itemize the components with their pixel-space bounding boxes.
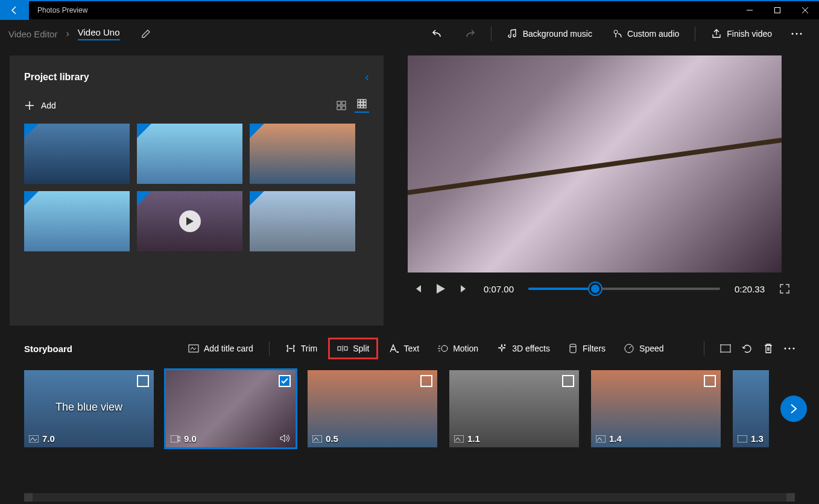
delete-button[interactable]	[764, 343, 773, 354]
undo-button[interactable]	[423, 23, 452, 45]
speed-icon	[624, 343, 634, 354]
clip[interactable]: 0.5	[308, 370, 437, 447]
split-button[interactable]: Split	[328, 338, 378, 359]
card-icon	[188, 344, 199, 353]
prev-frame-button[interactable]	[413, 284, 422, 294]
svg-rect-16	[361, 106, 363, 108]
clip[interactable]: 1.4	[591, 370, 721, 447]
grid-large-button[interactable]	[334, 98, 349, 113]
custom-audio-button[interactable]: Custom audio	[603, 24, 688, 44]
storyboard-panel: Storyboard Add title card Trim Split Tex…	[0, 326, 819, 459]
grid-small-button[interactable]	[355, 98, 369, 113]
svg-rect-9	[358, 99, 360, 102]
next-frame-button[interactable]	[460, 284, 469, 294]
clip-checkbox[interactable]	[137, 375, 149, 387]
image-icon	[29, 435, 39, 443]
collapse-icon[interactable]: ‹	[365, 70, 369, 84]
trim-button[interactable]: Trim	[278, 339, 324, 358]
image-icon	[454, 435, 464, 443]
svg-point-21	[441, 345, 447, 351]
svg-point-26	[789, 348, 791, 350]
svg-rect-33	[738, 435, 747, 443]
play-button[interactable]	[437, 284, 445, 294]
svg-rect-19	[338, 347, 341, 350]
3d-effects-button[interactable]: 3D effects	[489, 339, 557, 358]
svg-rect-20	[344, 347, 347, 350]
library-thumb[interactable]	[137, 124, 242, 184]
image-icon	[738, 435, 747, 443]
add-title-card-button[interactable]: Add title card	[181, 339, 261, 358]
breadcrumb-current[interactable]: Video Uno	[78, 27, 120, 40]
preview-image[interactable]	[408, 55, 782, 272]
plus-icon	[24, 100, 35, 111]
finish-video-button[interactable]: Finish video	[703, 24, 780, 44]
library-thumb[interactable]	[24, 191, 130, 251]
clip-duration: 7.0	[42, 433, 55, 444]
fullscreen-button[interactable]	[779, 283, 790, 294]
library-thumb[interactable]	[250, 124, 355, 184]
speed-button[interactable]: Speed	[616, 339, 671, 358]
video-icon	[171, 435, 180, 443]
seek-thumb[interactable]	[589, 283, 601, 295]
back-button[interactable]	[0, 1, 29, 20]
text-button[interactable]: Text	[382, 339, 426, 358]
background-music-button[interactable]: Background music	[499, 24, 601, 44]
svg-point-1	[614, 30, 618, 34]
minimize-button[interactable]	[736, 1, 764, 20]
clip-checkbox[interactable]	[279, 375, 291, 387]
svg-rect-8	[342, 106, 346, 110]
svg-rect-6	[342, 101, 346, 105]
edit-icon[interactable]	[141, 28, 151, 39]
horizontal-scrollbar[interactable]	[24, 493, 795, 502]
clip[interactable]: The blue view 7.0	[24, 370, 154, 447]
svg-rect-13	[361, 102, 363, 105]
clip-duration: 0.5	[326, 433, 338, 444]
svg-rect-11	[364, 99, 366, 102]
library-thumb[interactable]	[24, 124, 130, 184]
motion-button[interactable]: Motion	[430, 339, 485, 358]
clip-checkbox[interactable]	[704, 375, 716, 387]
rotate-button[interactable]	[742, 343, 753, 354]
clip[interactable]: 1.3	[733, 370, 769, 447]
trim-icon	[285, 344, 296, 353]
svg-rect-5	[337, 101, 341, 105]
filters-button[interactable]: Filters	[561, 339, 613, 358]
close-button[interactable]	[791, 1, 819, 20]
breadcrumb: Video Editor › Video Uno	[8, 27, 151, 40]
clip-duration: 1.1	[467, 433, 480, 444]
breadcrumb-root[interactable]: Video Editor	[8, 29, 57, 39]
library-thumb[interactable]	[250, 191, 355, 251]
preview-panel: 0:07.00 0:20.33	[384, 48, 819, 326]
add-button[interactable]: Add	[24, 100, 56, 111]
more-button[interactable]	[783, 28, 811, 40]
motion-icon	[437, 344, 448, 353]
current-time: 0:07.00	[484, 284, 514, 294]
library-thumb[interactable]	[137, 191, 242, 251]
divider	[695, 27, 695, 41]
svg-rect-22	[570, 344, 576, 353]
image-icon	[312, 435, 322, 443]
divider	[491, 27, 492, 41]
svg-rect-12	[358, 102, 360, 105]
clip-checkbox[interactable]	[420, 375, 432, 387]
svg-rect-17	[364, 106, 366, 108]
text-icon	[389, 344, 399, 353]
seek-bar[interactable]	[528, 288, 720, 290]
maximize-button[interactable]	[764, 1, 791, 20]
clip-checkbox[interactable]	[562, 375, 574, 387]
clip[interactable]: 9.0	[166, 370, 296, 447]
scroll-right-button[interactable]	[780, 395, 807, 422]
divider	[269, 341, 270, 356]
play-overlay-icon	[179, 210, 201, 232]
svg-rect-7	[337, 106, 341, 110]
svg-point-2	[792, 33, 794, 35]
split-icon	[337, 344, 348, 353]
redo-button[interactable]	[455, 23, 484, 45]
svg-point-27	[793, 348, 795, 350]
svg-point-4	[800, 33, 802, 35]
more-button[interactable]	[784, 347, 795, 350]
clip-duration: 1.3	[751, 433, 764, 444]
clip-duration: 9.0	[184, 433, 197, 444]
resize-button[interactable]	[720, 344, 731, 353]
clip[interactable]: 1.1	[449, 370, 579, 447]
